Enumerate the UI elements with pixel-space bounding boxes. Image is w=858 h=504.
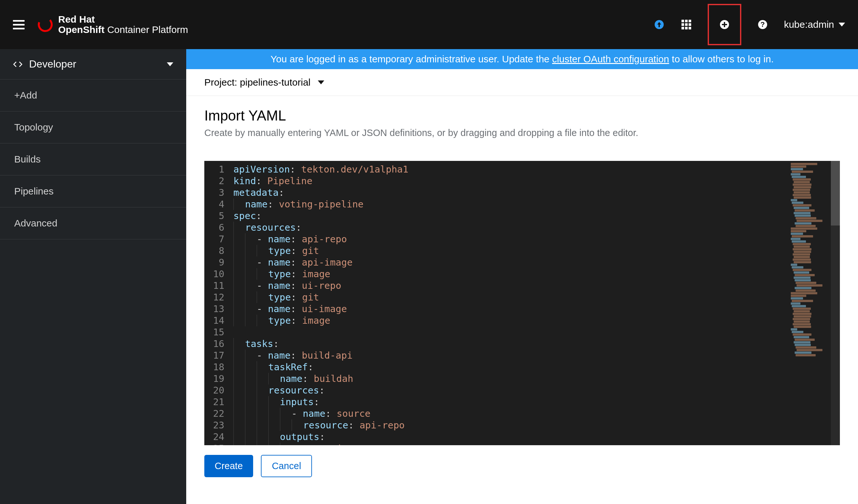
caret-down-icon: [167, 62, 173, 66]
page-title: Import YAML: [204, 108, 840, 124]
page-header: Import YAML Create by manually entering …: [186, 96, 858, 142]
masthead: Red Hat OpenShift Container Platform ? k…: [0, 0, 858, 49]
editor-code-area[interactable]: apiVersion: tekton.dev/v1alpha1kind: Pip…: [230, 161, 789, 445]
editor-scrollbar[interactable]: [831, 161, 840, 445]
user-menu[interactable]: kube:admin: [784, 19, 845, 30]
sidebar-item-topology[interactable]: Topology: [0, 112, 186, 144]
svg-rect-13: [722, 24, 727, 25]
page-description: Create by manually entering YAML or JSON…: [204, 128, 840, 138]
svg-rect-4: [688, 20, 691, 22]
login-banner: You are logged in as a temporary adminis…: [186, 49, 858, 69]
brand[interactable]: Red Hat OpenShift Container Platform: [37, 15, 188, 35]
import-yaml-button[interactable]: [719, 19, 730, 30]
brand-line1: Red Hat: [58, 15, 188, 24]
sidebar-item-builds[interactable]: Builds: [0, 144, 186, 176]
caret-down-icon: [318, 80, 324, 84]
svg-rect-7: [688, 23, 691, 26]
svg-point-0: [37, 17, 53, 32]
user-menu-label: kube:admin: [784, 19, 834, 30]
svg-rect-3: [685, 20, 688, 22]
brand-text: Red Hat OpenShift Container Platform: [58, 15, 188, 35]
svg-rect-9: [685, 27, 688, 29]
masthead-right: ? kube:admin: [653, 4, 845, 45]
svg-rect-5: [682, 23, 684, 26]
sidebar-item-add[interactable]: +Add: [0, 80, 186, 112]
app-launcher-icon[interactable]: [681, 19, 692, 30]
cancel-button[interactable]: Cancel: [261, 455, 312, 477]
redhat-logo-icon: [37, 17, 53, 32]
editor-gutter: 1234567891011121314151617181920212223242…: [204, 161, 230, 445]
update-available-icon[interactable]: [653, 19, 665, 30]
svg-rect-6: [685, 23, 688, 26]
banner-suffix: to allow others to log in.: [669, 54, 774, 64]
help-icon[interactable]: ?: [757, 19, 768, 30]
perspective-switcher[interactable]: Developer: [0, 49, 186, 80]
footer-actions: Create Cancel: [186, 445, 858, 487]
caret-down-icon: [839, 22, 845, 27]
sidebar-item-advanced[interactable]: Advanced: [0, 207, 186, 239]
project-selector[interactable]: Project: pipelines-tutorial: [186, 69, 858, 96]
import-yaml-highlight: [708, 4, 741, 45]
editor-minimap[interactable]: [789, 161, 831, 445]
brand-line2: OpenShift Container Platform: [58, 24, 188, 35]
scroll-thumb[interactable]: [831, 161, 840, 226]
main-content: You are logged in as a temporary adminis…: [186, 49, 858, 504]
sidebar: Developer +AddTopologyBuildsPipelinesAdv…: [0, 49, 186, 504]
create-button[interactable]: Create: [204, 455, 253, 477]
svg-rect-2: [682, 20, 684, 22]
sidebar-item-pipelines[interactable]: Pipelines: [0, 176, 186, 207]
svg-text:?: ?: [760, 20, 765, 29]
yaml-editor[interactable]: 1234567891011121314151617181920212223242…: [204, 161, 840, 445]
banner-prefix: You are logged in as a temporary adminis…: [271, 54, 552, 64]
svg-rect-10: [688, 27, 691, 29]
nav-toggle-button[interactable]: [13, 20, 25, 29]
masthead-left: Red Hat OpenShift Container Platform: [13, 15, 188, 35]
banner-link[interactable]: cluster OAuth configuration: [552, 54, 669, 64]
code-icon: [13, 60, 22, 69]
perspective-label: Developer: [29, 58, 76, 70]
svg-rect-8: [682, 27, 684, 29]
